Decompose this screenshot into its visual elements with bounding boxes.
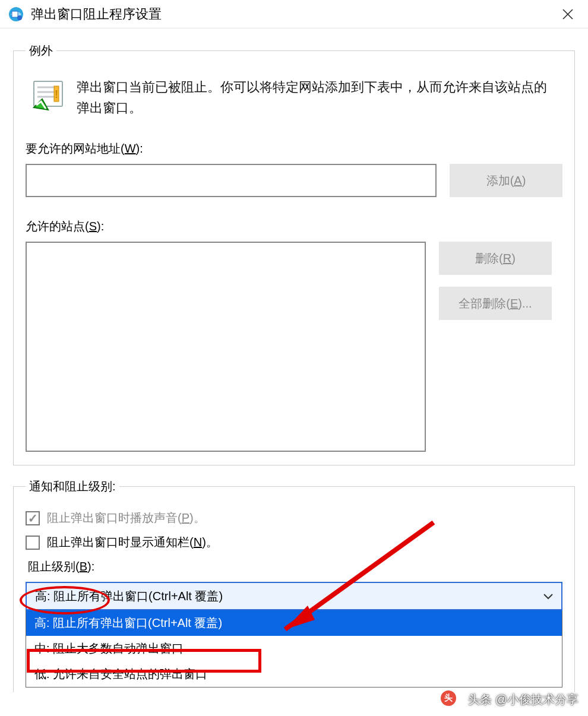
watermark-text: 头条 @小俊技术分享 [468,692,578,708]
window-title: 弹出窗口阻止程序设置 [31,5,552,23]
notify-group: 通知和阻止级别: 阻止弹出窗口时播放声音(P)。 阻止弹出窗口时显示通知栏(N)… [13,479,575,692]
svg-rect-1 [12,11,18,17]
dropdown-options: 高: 阻止所有弹出窗口(Ctrl+Alt 覆盖) 中: 阻止大多数自动弹出窗口 … [26,610,562,688]
dropdown-option-high[interactable]: 高: 阻止所有弹出窗口(Ctrl+Alt 覆盖) [26,610,562,636]
app-icon [8,7,24,22]
dropdown-option-medium[interactable]: 中: 阻止大多数自动弹出窗口 [26,636,562,661]
allowed-sites-label: 允许的站点(S): [26,218,562,235]
sound-label: 阻止弹出窗口时播放声音(P)。 [47,510,206,526]
notifybar-checkbox-row[interactable]: 阻止弹出窗口时显示通知栏(N)。 [26,534,562,550]
remove-all-button[interactable]: 全部删除(E)... [439,287,552,320]
allowed-sites-listbox[interactable] [26,242,426,452]
sound-checkbox[interactable] [26,511,40,525]
block-level-dropdown[interactable]: 高: 阻止所有弹出窗口(Ctrl+Alt 覆盖) [26,582,562,610]
titlebar: 弹出窗口阻止程序设置 [0,0,588,28]
notifybar-label: 阻止弹出窗口时显示通知栏(N)。 [47,534,218,550]
watermark-logo-icon: 头 [441,690,456,706]
exceptions-group: 例外 ! 弹出窗口当前已被阻止。你可以将特定网站添加到下表中，从而允许来自该站点… [13,43,575,465]
address-input[interactable] [26,164,437,197]
svg-text:!: ! [55,88,58,100]
dropdown-option-low[interactable]: 低: 允许来自安全站点的弹出窗口 [26,661,562,687]
exceptions-legend: 例外 [26,43,56,59]
info-icon: ! [30,79,66,115]
sound-checkbox-row[interactable]: 阻止弹出窗口时播放声音(P)。 [26,510,562,526]
svg-point-2 [17,15,22,20]
close-button[interactable] [552,2,583,26]
dropdown-value: 高: 阻止所有弹出窗口(Ctrl+Alt 覆盖) [35,588,223,604]
address-label: 要允许的网站地址(W): [26,141,562,157]
notify-legend: 通知和阻止级别: [26,479,119,495]
add-button[interactable]: 添加(A) [450,164,562,197]
chevron-down-icon [543,590,553,603]
exceptions-info-text: 弹出窗口当前已被阻止。你可以将特定网站添加到下表中，从而允许来自该站点的弹出窗口… [77,77,558,118]
block-level-label: 阻止级别(B): [28,559,562,575]
remove-button[interactable]: 删除(R) [439,242,552,275]
notifybar-checkbox[interactable] [26,536,40,550]
